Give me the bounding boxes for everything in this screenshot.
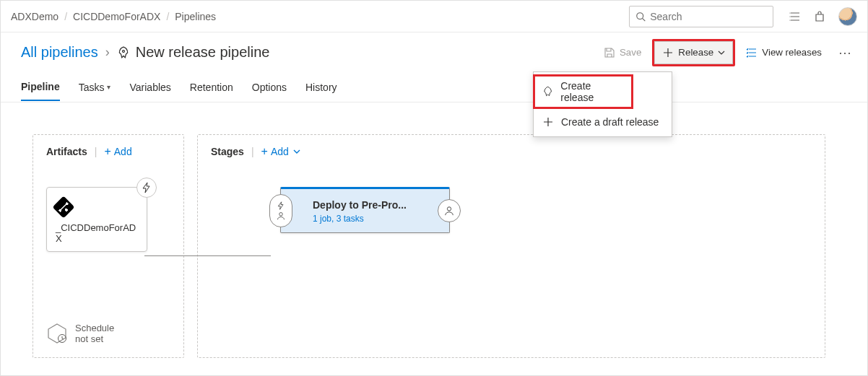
svg-point-8 — [447, 207, 451, 211]
schedule-label: Schedule not set — [75, 323, 114, 344]
bag-icon[interactable] — [814, 11, 825, 22]
top-bar: ADXDemo / CICDDemoForADX / Pipelines — [1, 1, 867, 32]
search-box[interactable] — [629, 6, 773, 27]
artifacts-header: Artifacts — [46, 146, 87, 157]
add-artifact-button[interactable]: + Add — [104, 145, 131, 158]
breadcrumb-sep: / — [64, 11, 67, 22]
breadcrumb-sep: / — [166, 11, 169, 22]
search-input[interactable] — [650, 11, 767, 22]
breadcrumb-project[interactable]: ADXDemo — [11, 11, 58, 22]
git-icon — [52, 196, 74, 218]
plus-icon: + — [104, 145, 110, 158]
add-stage-button[interactable]: + Add — [261, 145, 300, 158]
stages-header: Stages — [211, 146, 244, 157]
save-button: Save — [596, 41, 649, 64]
breadcrumb-section[interactable]: Pipelines — [175, 11, 216, 22]
plus-icon: + — [261, 145, 268, 158]
rocket-icon — [117, 46, 130, 59]
stage-title: Deploy to Pre-Pro... — [313, 199, 417, 211]
tab-variables[interactable]: Variables — [129, 74, 170, 100]
svg-point-7 — [279, 213, 283, 217]
chevron-right-icon: › — [105, 45, 110, 60]
create-release-item[interactable]: Create release — [533, 74, 633, 109]
release-dropdown: Create release Create a draft release — [533, 71, 672, 137]
page-title: New release pipeline — [136, 44, 270, 61]
tab-options[interactable]: Options — [252, 74, 287, 100]
pipeline-canvas: Artifacts | + Add _CICDDemoForADX Schedu… — [1, 102, 867, 372]
create-draft-release-item[interactable]: Create a draft release — [534, 110, 672, 134]
artifact-schedule[interactable]: Schedule not set — [46, 323, 114, 344]
tab-retention[interactable]: Retention — [190, 74, 233, 100]
stage-subtitle-link[interactable]: 1 job, 3 tasks — [313, 214, 417, 224]
breadcrumb: ADXDemo / CICDDemoForADX / Pipelines — [11, 11, 216, 22]
chevron-down-icon: ▾ — [107, 83, 110, 91]
stage-pre-conditions[interactable] — [269, 194, 292, 227]
lightning-icon — [141, 182, 152, 193]
stages-panel: Stages | + Add Deploy to Pre-Pro... 1 jo… — [197, 134, 825, 358]
chevron-down-icon — [718, 49, 725, 56]
tab-pipeline[interactable]: Pipeline — [21, 74, 60, 101]
svg-point-3 — [789, 16, 790, 17]
svg-line-1 — [643, 18, 646, 21]
artifact-trigger-badge[interactable] — [136, 178, 157, 198]
stage-post-conditions[interactable] — [438, 199, 461, 222]
lightning-icon — [277, 201, 285, 210]
plus-icon — [542, 116, 554, 128]
svg-point-0 — [637, 12, 643, 19]
view-releases-button[interactable]: View releases — [738, 41, 830, 64]
plus-icon — [662, 47, 674, 58]
chevron-down-icon — [293, 148, 300, 155]
svg-point-2 — [789, 12, 790, 13]
more-options[interactable]: ⋯ — [833, 42, 857, 64]
title-row: All pipelines › New release pipeline Sav… — [1, 32, 867, 72]
avatar[interactable] — [838, 7, 857, 26]
person-icon — [444, 206, 454, 216]
release-button-highlight: Release — [652, 39, 735, 66]
connector-line — [144, 255, 271, 256]
tab-history[interactable]: History — [305, 74, 337, 100]
list-check-icon — [746, 47, 758, 58]
all-pipelines-link[interactable]: All pipelines — [21, 44, 98, 61]
tab-tasks[interactable]: Tasks ▾ — [79, 74, 111, 100]
svg-point-4 — [789, 19, 790, 20]
artifact-name: _CICDDemoForADX — [56, 222, 138, 244]
tabs: Pipeline Tasks ▾ Variables Retention Opt… — [1, 72, 867, 102]
search-icon — [635, 11, 646, 22]
save-icon — [604, 47, 615, 58]
artifacts-panel: Artifacts | + Add _CICDDemoForADX Schedu… — [32, 134, 184, 358]
breadcrumb-repo[interactable]: CICDDemoForADX — [73, 11, 160, 22]
list-icon[interactable] — [789, 11, 801, 22]
artifact-card[interactable]: _CICDDemoForADX — [46, 187, 147, 252]
release-button[interactable]: Release — [654, 41, 733, 64]
person-icon — [277, 211, 285, 220]
rocket-icon — [542, 86, 553, 97]
stage-card[interactable]: Deploy to Pre-Pro... 1 job, 3 tasks — [280, 187, 450, 233]
